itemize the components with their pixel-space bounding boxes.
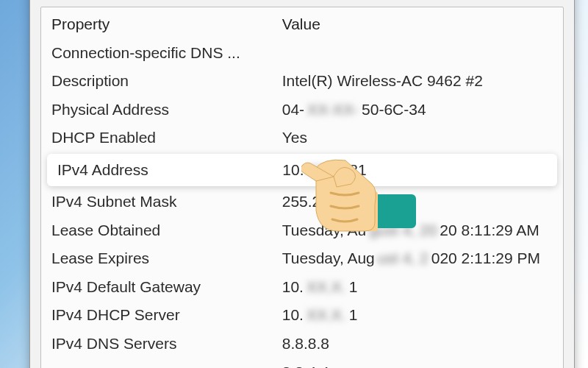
prop-value: Yes — [282, 126, 553, 150]
value-part: Tuesday, Aug — [282, 247, 375, 271]
prop-label: IPv4 DNS Servers — [51, 332, 282, 356]
masked-segment: ust 4, 2 — [376, 247, 430, 271]
row-physical-address[interactable]: Physical Address 04- XX-XX- 50-6C-34 — [41, 96, 563, 124]
prop-value: 8.8.4.4 — [282, 361, 553, 368]
masked-segment: XX-XX- — [306, 98, 360, 122]
row-description[interactable]: Description Intel(R) Wireless-AC 9462 #2 — [41, 67, 563, 96]
row-lease-expires[interactable]: Lease Expires Tuesday, Aug ust 4, 2 020 … — [41, 244, 563, 273]
prop-value: Tuesday, Aug ust 4, 2 020 2:11:29 PM — [282, 247, 553, 271]
row-ipv4-dns-servers-2[interactable]: 8.8.4.4 — [41, 358, 563, 368]
prop-label: IPv4 Subnet Mask — [51, 190, 282, 214]
prop-label: DHCP Enabled — [51, 126, 282, 150]
prop-label: IPv4 Address — [57, 158, 282, 183]
prop-label: Physical Address — [51, 98, 282, 122]
dialog-title: Network Connection Details: — [30, 0, 574, 7]
row-lease-obtained[interactable]: Lease Obtained Tuesday, Au gust 4, 20 20… — [41, 216, 563, 245]
prop-value: Intel(R) Wireless-AC 9462 #2 — [282, 69, 553, 93]
prop-value: 10. XX.X. 1 — [282, 275, 553, 300]
prop-label: IPv4 DHCP Server — [51, 303, 282, 328]
prop-label: Connection-specific DNS ... — [51, 41, 282, 66]
value-part: 1 — [349, 275, 358, 300]
masked-segment: XX.X. — [305, 275, 348, 300]
prop-label: Lease Expires — [51, 247, 282, 271]
prop-value: Tuesday, Au gust 4, 20 20 8:11:29 AM — [282, 219, 553, 243]
row-ipv4-subnet-mask[interactable]: IPv4 Subnet Mask 255.255.252.0 — [41, 188, 563, 216]
masked-segment: XX.X — [306, 158, 344, 183]
network-connection-details-dialog: Network Connection Details: Property Val… — [29, 0, 575, 368]
value-part: 04- — [282, 98, 304, 122]
value-part: 10. — [282, 158, 304, 183]
row-ipv4-dhcp-server[interactable]: IPv4 DHCP Server 10. XX.X. 1 — [41, 301, 563, 330]
row-ipv4-address[interactable]: IPv4 Address 10. XX.X .81 — [47, 154, 557, 187]
value-part: .81 — [345, 158, 366, 183]
value-part: 20 8:11:29 AM — [440, 219, 539, 243]
prop-label: IPv4 Default Gateway — [51, 275, 282, 300]
prop-value: 04- XX-XX- 50-6C-34 — [282, 98, 553, 122]
grid-header-row: Property Value — [41, 10, 563, 39]
row-dhcp-enabled[interactable]: DHCP Enabled Yes — [41, 124, 563, 152]
prop-label: Lease Obtained — [51, 219, 282, 243]
header-property: Property — [51, 13, 282, 37]
prop-value: 255.255.252.0 — [282, 190, 553, 214]
value-part: 10. — [282, 275, 304, 300]
details-grid: Property Value Connection-specific DNS .… — [40, 7, 564, 368]
value-part: 020 2:11:29 PM — [431, 247, 540, 271]
row-ipv4-default-gateway[interactable]: IPv4 Default Gateway 10. XX.X. 1 — [41, 273, 563, 302]
value-part: 255.255.252. — [282, 190, 373, 214]
prop-value: 10. XX.X. 1 — [282, 303, 553, 328]
value-part: Tuesday, Au — [282, 219, 366, 243]
header-value: Value — [282, 13, 553, 37]
prop-value: 8.8.8.8 — [282, 332, 553, 356]
masked-segment: gust 4, 20 — [368, 219, 438, 243]
masked-segment: XX.X. — [305, 303, 348, 328]
prop-value: 10. XX.X .81 — [282, 158, 547, 183]
row-dns-suffix[interactable]: Connection-specific DNS ... — [41, 39, 563, 68]
prop-label: Description — [51, 69, 282, 93]
value-part: 10. — [282, 303, 304, 328]
row-ipv4-dns-servers[interactable]: IPv4 DNS Servers 8.8.8.8 — [41, 330, 563, 358]
value-part-trail: 0 — [373, 190, 382, 214]
value-part: 1 — [349, 303, 358, 328]
value-part: 50-6C-34 — [362, 98, 426, 122]
